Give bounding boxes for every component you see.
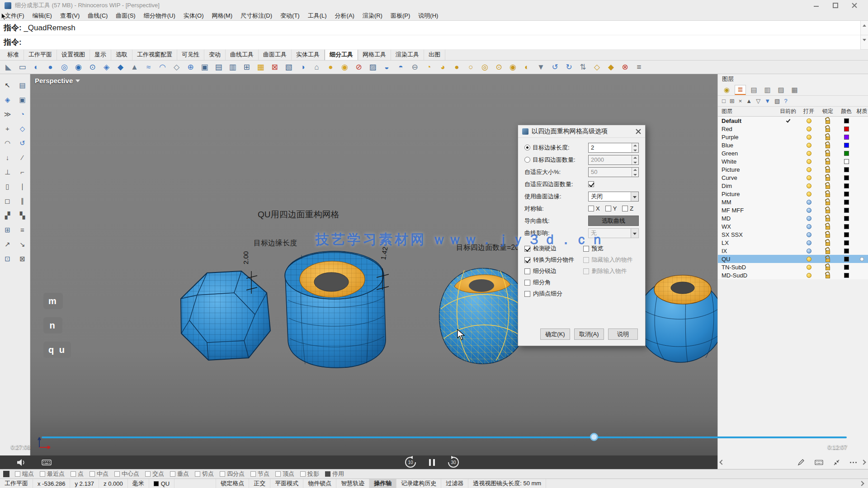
- layer-bulb-cell[interactable]: [799, 118, 818, 123]
- layer-row[interactable]: MF MFF: [718, 206, 868, 214]
- tool-icon[interactable]: ◈: [100, 61, 113, 73]
- layer-color-cell[interactable]: [837, 143, 855, 148]
- tool-icon[interactable]: ◣: [2, 61, 15, 73]
- side-tool-icon[interactable]: ◇: [15, 123, 30, 134]
- dropdown-arrow-icon[interactable]: [631, 192, 638, 201]
- side-tool-icon[interactable]: ⊞: [0, 224, 15, 235]
- menu-item[interactable]: 工具(L): [304, 12, 331, 20]
- osnap-option[interactable]: 四分点: [220, 470, 245, 478]
- layer-row[interactable]: Curve: [718, 174, 868, 182]
- toolbar-tab[interactable]: 设置视图: [57, 49, 90, 60]
- tool-icon[interactable]: ●: [450, 61, 463, 73]
- tool-icon[interactable]: ≈: [142, 61, 155, 73]
- layer-color-cell[interactable]: [837, 183, 855, 188]
- layer-color-cell[interactable]: [837, 118, 855, 123]
- layer-bulb-cell[interactable]: [799, 216, 818, 221]
- side-tool-icon[interactable]: ▣: [15, 94, 30, 105]
- layer-color-cell[interactable]: [837, 273, 855, 278]
- scroll-down-icon[interactable]: [861, 35, 868, 50]
- side-tool-icon[interactable]: ▯: [0, 181, 15, 192]
- layer-bulb-cell[interactable]: [799, 151, 818, 156]
- target-quad-radio[interactable]: [524, 157, 530, 163]
- side-tool-icon[interactable]: ◈: [0, 94, 15, 105]
- tool-icon[interactable]: ◆: [114, 61, 127, 73]
- layer-color-cell[interactable]: [837, 232, 855, 237]
- panel-tab-icon[interactable]: ▨: [775, 85, 787, 95]
- layer-color-cell[interactable]: [837, 224, 855, 229]
- layer-name[interactable]: MD-SudD: [718, 272, 777, 279]
- target-edge-radio[interactable]: [524, 145, 530, 150]
- layer-lock-cell[interactable]: [818, 199, 837, 205]
- layer-bulb-cell[interactable]: [799, 200, 818, 205]
- status-toggle[interactable]: 平面模式: [270, 479, 303, 488]
- layer-lock-cell[interactable]: [818, 272, 837, 278]
- layer-row[interactable]: Picture: [718, 165, 868, 174]
- tool-icon[interactable]: ↺: [548, 61, 561, 73]
- side-tool-icon[interactable]: ⊡: [0, 253, 15, 264]
- toolbar-tab[interactable]: 曲线工具: [226, 49, 259, 60]
- side-tool-icon[interactable]: ⊠: [15, 253, 30, 264]
- command-scrollbar[interactable]: [860, 21, 868, 50]
- layer-row[interactable]: SX SSX: [718, 230, 868, 239]
- layer-tool-icon[interactable]: ▽: [756, 98, 760, 104]
- subd-corners-checkbox[interactable]: [524, 280, 530, 286]
- osnap-option[interactable]: 端点: [15, 470, 34, 478]
- side-tool-icon[interactable]: ↓: [0, 152, 15, 163]
- layer-name[interactable]: TN-SubD: [718, 264, 777, 271]
- layer-tool-icon[interactable]: □: [722, 98, 726, 104]
- layer-lock-cell[interactable]: [818, 216, 837, 221]
- spinner-icons[interactable]: [632, 168, 638, 177]
- side-tool-icon[interactable]: ◻: [0, 195, 15, 206]
- menu-item[interactable]: 细分物件(U): [140, 12, 179, 20]
- panel-tab-icon[interactable]: ▤: [748, 85, 760, 95]
- tool-icon[interactable]: ⊖: [408, 61, 421, 73]
- layer-color-cell[interactable]: [837, 167, 855, 172]
- subd-creases-checkbox[interactable]: [524, 268, 530, 274]
- convert-subd-option[interactable]: 转换为细分物件: [524, 256, 583, 264]
- tool-icon[interactable]: ◉: [506, 61, 519, 73]
- symmetry-z[interactable]: Z: [622, 205, 633, 212]
- toolbar-tab[interactable]: 选取: [111, 49, 132, 60]
- layer-tool-icon[interactable]: ⊞: [730, 98, 735, 104]
- cplane-button[interactable]: 工作平面: [0, 479, 33, 488]
- tool-icon[interactable]: ○: [464, 61, 477, 73]
- layer-lock-cell[interactable]: [818, 167, 837, 173]
- adaptive-size-input[interactable]: 50: [588, 167, 639, 177]
- panel-tab-icon[interactable]: ▥: [762, 85, 773, 95]
- tool-icon[interactable]: ⊙: [86, 61, 99, 73]
- layer-lock-cell[interactable]: [818, 159, 837, 164]
- layer-row[interactable]: White: [718, 157, 868, 165]
- menu-item[interactable]: 网格(M): [208, 12, 237, 20]
- tool-icon[interactable]: ⊙: [492, 61, 505, 73]
- tool-icon[interactable]: ◎: [58, 61, 71, 73]
- tool-icon[interactable]: ▤: [212, 61, 225, 73]
- volume-icon[interactable]: [16, 459, 26, 466]
- menu-item[interactable]: 渲染(R): [359, 12, 387, 20]
- video-timeline[interactable]: [42, 436, 847, 438]
- tool-icon[interactable]: ◇: [170, 61, 183, 73]
- side-tool-icon[interactable]: ↘: [15, 239, 30, 250]
- select-curves-button[interactable]: 选取曲线: [588, 216, 639, 226]
- layer-material-cell[interactable]: [855, 257, 868, 261]
- layer-name[interactable]: Purple: [718, 134, 777, 141]
- tool-icon[interactable]: ▨: [366, 61, 379, 73]
- layer-lock-cell[interactable]: [818, 118, 837, 124]
- status-toggle[interactable]: 操作轴: [369, 479, 396, 488]
- osnap-option[interactable]: 投影: [300, 470, 319, 478]
- interpolate-option[interactable]: 内插点细分: [524, 290, 583, 298]
- keyboard-icon[interactable]: [815, 460, 823, 465]
- layer-name[interactable]: QU: [718, 256, 777, 263]
- chevron-down-icon[interactable]: [75, 80, 80, 82]
- tool-icon[interactable]: ◒: [380, 61, 393, 73]
- layer-name[interactable]: Blue: [718, 142, 777, 149]
- status-toggle[interactable]: 过滤器: [441, 479, 468, 488]
- osnap-option[interactable]: 交点: [145, 470, 164, 478]
- osnap-checkbox[interactable]: [220, 471, 225, 477]
- symmetry-z-checkbox[interactable]: [622, 206, 628, 211]
- tool-icon[interactable]: ◠: [156, 61, 169, 73]
- tool-icon[interactable]: ◐: [520, 61, 533, 73]
- layer-bulb-cell[interactable]: [799, 232, 818, 237]
- layer-lock-cell[interactable]: [818, 224, 837, 230]
- osnap-option[interactable]: 中心点: [114, 470, 139, 478]
- target-edge-value[interactable]: 2: [589, 143, 632, 152]
